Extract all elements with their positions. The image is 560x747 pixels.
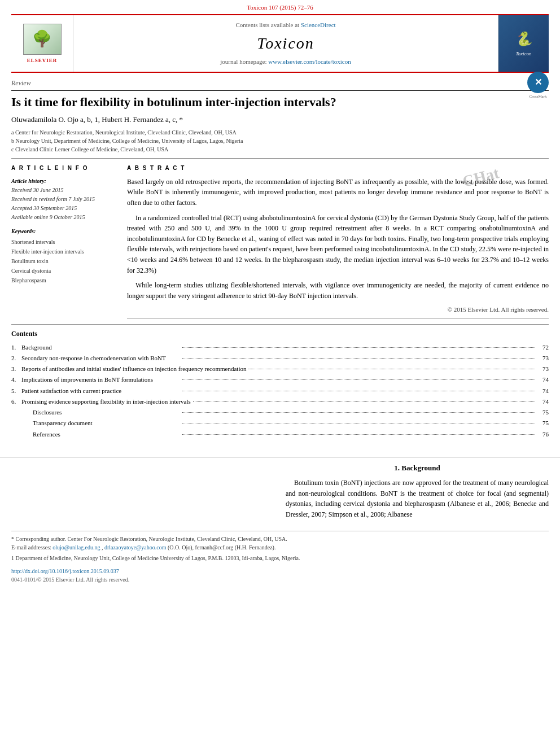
item-dots-5	[182, 391, 535, 391]
item-label-2: Secondary non-response in chemodenervati…	[21, 353, 180, 364]
item-num-2: 2.	[11, 353, 21, 364]
item-page-3: 73	[537, 364, 549, 374]
contents-available-line: Contents lists available at ScienceDirec…	[235, 21, 335, 29]
item-label-trans: Transparency document	[21, 418, 180, 429]
item-num-4: 4.	[11, 374, 21, 385]
abstract-column: A B S T R A C T Based largely on old ret…	[127, 164, 549, 318]
toxicon-logo-label: Toxicon	[515, 50, 531, 58]
doi-link[interactable]: http://dx.doi.org/10.1016/j.toxicon.2015…	[11, 568, 119, 574]
contents-item-4: 4. Implications of improvements in BoNT …	[11, 374, 549, 385]
elsevier-logo-section: ELSEVIER	[11, 15, 73, 72]
contents-section: Contents 1. Background 72 2. Secondary n…	[11, 324, 549, 440]
item-dots-ref	[182, 434, 535, 435]
item-dots-trans	[182, 423, 535, 423]
abstract-heading: A B S T R A C T	[127, 164, 549, 172]
homepage-line: journal homepage: www.elsevier.com/locat…	[220, 58, 351, 66]
received-date: Received 30 June 2015	[11, 186, 116, 195]
crossmark-icon: ✕	[527, 72, 549, 93]
email-2-link[interactable]: drlazaoyatoye@yahoo.com	[104, 544, 166, 551]
available-date: Available online 9 October 2015	[11, 213, 116, 222]
contents-text: Contents lists available at	[235, 21, 299, 28]
background-section-title: 1. Background	[286, 463, 549, 473]
item-dots-disc	[182, 412, 535, 413]
email-label: E-mail addresses:	[11, 544, 51, 551]
item-dots-3	[248, 369, 535, 369]
item-label-3: Reports of antibodies and initial studie…	[21, 364, 246, 374]
item-page-1: 72	[537, 342, 549, 353]
abstract-para-3: While long-term studies utilizing flexib…	[127, 280, 549, 301]
footnote-1: 1 Department of Medicine, Neurology Unit…	[11, 554, 549, 562]
history-label: Article history:	[11, 177, 116, 186]
keywords-section: Keywords: Shortened intervals Flexible i…	[11, 228, 116, 285]
item-num-1: 1.	[11, 342, 21, 353]
body-divider	[0, 457, 560, 457]
affiliation-c: c Cleveland Clinic Lerner College of Med…	[11, 145, 549, 154]
background-text: Botulinum toxin (BoNT) injections are no…	[286, 478, 549, 519]
keyword-2: Flexible inter-injection intervals	[11, 247, 116, 256]
revised-date: Received in revised form 7 July 2015	[11, 195, 116, 204]
item-label-ref: References	[21, 429, 180, 440]
item-page-4: 74	[537, 374, 549, 385]
affiliations: a Center for Neurologic Restoration, Neu…	[11, 128, 549, 154]
snake-icon: 🐍	[515, 30, 532, 49]
affiliation-a: a Center for Neurologic Restoration, Neu…	[11, 128, 549, 137]
article-history: Article history: Received 30 June 2015 R…	[11, 177, 116, 222]
doi-line: http://dx.doi.org/10.1016/j.toxicon.2015…	[11, 567, 549, 575]
contents-table: 1. Background 72 2. Secondary non-respon…	[11, 342, 549, 440]
item-num-3: 3.	[11, 364, 21, 374]
abstract-para-2: In a randomized controlled trial (RCT) u…	[127, 213, 549, 276]
article-info-heading: A R T I C L E I N F O	[11, 164, 116, 172]
section-number: 1.	[394, 464, 401, 472]
item-page-5: 74	[537, 386, 549, 396]
journal-reference: Toxicon 107 (2015) 72–76	[0, 0, 560, 14]
journal-title-section: Contents lists available at ScienceDirec…	[73, 15, 498, 72]
crossmark-section[interactable]: ✕ CrossMark	[527, 72, 549, 100]
abstract-text: Based largely on old retrospective repor…	[127, 177, 549, 302]
contents-item-3: 3. Reports of antibodies and initial stu…	[11, 364, 549, 374]
elsevier-logo-image	[23, 24, 62, 55]
corresponding-author: * Corresponding author. Center For Neuro…	[11, 535, 549, 543]
email-authors-text: (O.O. Ojo), fernanh@ccf.org (H.H. Fernan…	[168, 544, 275, 551]
issn-line: 0041-0101/© 2015 Elsevier Ltd. All right…	[11, 575, 549, 584]
item-page-6: 74	[537, 396, 549, 407]
section-title-text: Background	[401, 464, 440, 472]
journal-ref-text: Toxicon 107 (2015) 72–76	[247, 4, 313, 11]
article-title: Is it time for flexibility in botulinum …	[11, 94, 549, 110]
item-label-disc: Disclosures	[21, 407, 180, 418]
title-row: ✕ CrossMark Is it time for flexibility i…	[11, 94, 549, 110]
contents-item-trans: Transparency document 75	[11, 418, 549, 429]
authors-line: Oluwadamilola O. Ojo a, b, 1, Hubert H. …	[11, 115, 549, 125]
keyword-4: Cervical dystonia	[11, 266, 116, 276]
contents-item-ref: References 76	[11, 429, 549, 440]
item-label-4: Implications of improvements in BoNT for…	[21, 374, 180, 385]
elsevier-name: ELSEVIER	[27, 57, 58, 64]
item-dots-4	[182, 379, 535, 380]
abstract-para-1: Based largely on old retrospective repor…	[127, 177, 549, 208]
crossmark-label: CrossMark	[527, 94, 549, 100]
homepage-text: journal homepage:	[220, 58, 266, 65]
body-left-column	[11, 463, 274, 525]
email-line: E-mail addresses: olujo@unilag.edu.ng , …	[11, 543, 549, 552]
keywords-label: Keywords:	[11, 228, 116, 235]
item-label-1: Background	[21, 342, 180, 353]
two-column-section: A R T I C L E I N F O Article history: R…	[11, 158, 549, 318]
item-dots-6	[193, 401, 535, 402]
contents-item-2: 2. Secondary non-response in chemodenerv…	[11, 353, 549, 364]
contents-title: Contents	[11, 329, 549, 339]
keyword-1: Shortened intervals	[11, 237, 116, 247]
email-1-link[interactable]: olujo@unilag.edu.ng	[53, 544, 100, 551]
item-num-5: 5.	[11, 386, 21, 396]
homepage-url[interactable]: www.elsevier.com/locate/toxicon	[268, 58, 351, 65]
keywords-list: Shortened intervals Flexible inter-injec…	[11, 237, 116, 285]
article-content: Review ✕ CrossMark Is it time for flexib…	[11, 73, 549, 451]
elsevier-logo: ELSEVIER	[23, 24, 62, 64]
item-label-5: Patient satisfaction with current practi…	[21, 386, 180, 396]
accepted-date: Accepted 30 September 2015	[11, 204, 116, 213]
sciencedirect-link[interactable]: ScienceDirect	[301, 21, 336, 28]
item-dots-2	[182, 358, 535, 359]
journal-name: Toxicon	[257, 32, 314, 54]
background-para-1: Botulinum toxin (BoNT) injections are no…	[286, 478, 549, 519]
keyword-5: Blepharospasm	[11, 276, 116, 285]
toxicon-logo-section: 🐍 Toxicon	[498, 15, 549, 72]
keyword-3: Botulinum toxin	[11, 256, 116, 266]
